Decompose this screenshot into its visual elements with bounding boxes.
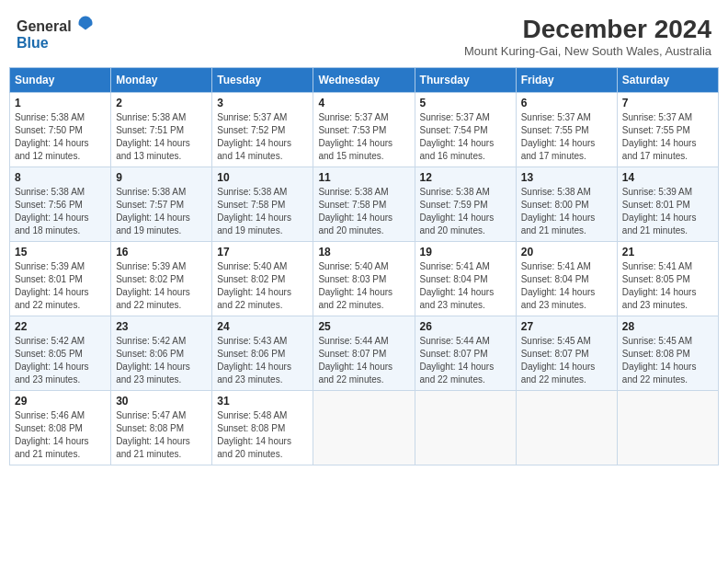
day-number: 27 — [521, 320, 612, 333]
day-info: Sunrise: 5:42 AM Sunset: 8:06 PM Dayligh… — [116, 335, 207, 386]
day-number: 5 — [420, 97, 511, 109]
day-info: Sunrise: 5:39 AM Sunset: 8:01 PM Dayligh… — [622, 186, 713, 237]
day-info: Sunrise: 5:37 AM Sunset: 7:55 PM Dayligh… — [521, 111, 612, 163]
day-number: 10 — [217, 171, 308, 184]
day-number: 19 — [420, 246, 511, 259]
day-number: 28 — [622, 320, 713, 333]
table-row: 15 Sunrise: 5:39 AM Sunset: 8:01 PM Dayl… — [10, 242, 111, 316]
table-row: 9 Sunrise: 5:38 AM Sunset: 7:57 PM Dayli… — [111, 167, 212, 242]
day-info: Sunrise: 5:38 AM Sunset: 7:57 PM Dayligh… — [116, 186, 207, 237]
table-row: 28 Sunrise: 5:45 AM Sunset: 8:08 PM Dayl… — [617, 316, 718, 391]
table-row: 11 Sunrise: 5:38 AM Sunset: 7:58 PM Dayl… — [313, 167, 415, 242]
day-info: Sunrise: 5:37 AM Sunset: 7:53 PM Dayligh… — [318, 111, 409, 163]
calendar-week-row: 1 Sunrise: 5:38 AM Sunset: 7:50 PM Dayli… — [10, 93, 719, 167]
day-info: Sunrise: 5:42 AM Sunset: 8:05 PM Dayligh… — [15, 335, 106, 386]
table-row — [617, 391, 718, 465]
logo-icon — [77, 15, 94, 31]
day-info: Sunrise: 5:45 AM Sunset: 8:08 PM Dayligh… — [622, 335, 713, 386]
page-header: General Blue December 2024 Mount Kuring-… — [9, 9, 719, 63]
day-info: Sunrise: 5:40 AM Sunset: 8:02 PM Dayligh… — [217, 260, 308, 312]
day-number: 22 — [15, 320, 106, 333]
table-row: 13 Sunrise: 5:38 AM Sunset: 8:00 PM Dayl… — [516, 167, 617, 242]
table-row: 18 Sunrise: 5:40 AM Sunset: 8:03 PM Dayl… — [313, 242, 415, 316]
day-number: 4 — [318, 97, 409, 109]
day-info: Sunrise: 5:38 AM Sunset: 7:51 PM Dayligh… — [116, 111, 207, 163]
day-number: 9 — [116, 171, 207, 184]
table-row: 5 Sunrise: 5:37 AM Sunset: 7:54 PM Dayli… — [415, 93, 516, 167]
day-info: Sunrise: 5:43 AM Sunset: 8:06 PM Dayligh… — [217, 335, 308, 386]
day-info: Sunrise: 5:37 AM Sunset: 7:52 PM Dayligh… — [217, 111, 308, 163]
day-number: 18 — [318, 246, 409, 259]
day-info: Sunrise: 5:47 AM Sunset: 8:08 PM Dayligh… — [116, 409, 207, 461]
table-row: 22 Sunrise: 5:42 AM Sunset: 8:05 PM Dayl… — [10, 316, 111, 391]
day-number: 12 — [420, 171, 511, 184]
day-info: Sunrise: 5:41 AM Sunset: 8:04 PM Dayligh… — [521, 260, 612, 312]
day-info: Sunrise: 5:41 AM Sunset: 8:05 PM Dayligh… — [622, 260, 713, 312]
day-info: Sunrise: 5:37 AM Sunset: 7:55 PM Dayligh… — [622, 111, 713, 163]
day-info: Sunrise: 5:40 AM Sunset: 8:03 PM Dayligh… — [318, 260, 409, 312]
table-row — [313, 391, 415, 465]
day-number: 20 — [521, 246, 612, 259]
table-row: 30 Sunrise: 5:47 AM Sunset: 8:08 PM Dayl… — [111, 391, 212, 465]
day-info: Sunrise: 5:38 AM Sunset: 7:59 PM Dayligh… — [420, 186, 511, 237]
day-info: Sunrise: 5:46 AM Sunset: 8:08 PM Dayligh… — [15, 409, 106, 461]
day-number: 30 — [116, 395, 207, 408]
calendar-week-row: 29 Sunrise: 5:46 AM Sunset: 8:08 PM Dayl… — [10, 391, 719, 465]
table-row: 7 Sunrise: 5:37 AM Sunset: 7:55 PM Dayli… — [617, 93, 718, 167]
table-row: 8 Sunrise: 5:38 AM Sunset: 7:56 PM Dayli… — [10, 167, 111, 242]
day-number: 17 — [217, 246, 308, 259]
day-number: 13 — [521, 171, 612, 184]
day-number: 3 — [217, 97, 308, 109]
day-info: Sunrise: 5:37 AM Sunset: 7:54 PM Dayligh… — [420, 111, 511, 163]
table-row: 2 Sunrise: 5:38 AM Sunset: 7:51 PM Dayli… — [111, 93, 212, 167]
logo: General Blue — [17, 15, 94, 52]
day-info: Sunrise: 5:44 AM Sunset: 8:07 PM Dayligh… — [420, 335, 511, 386]
day-number: 2 — [116, 97, 207, 109]
table-row: 27 Sunrise: 5:45 AM Sunset: 8:07 PM Dayl… — [516, 316, 617, 391]
table-row: 23 Sunrise: 5:42 AM Sunset: 8:06 PM Dayl… — [111, 316, 212, 391]
table-row: 19 Sunrise: 5:41 AM Sunset: 8:04 PM Dayl… — [415, 242, 516, 316]
day-number: 31 — [217, 395, 308, 408]
day-number: 29 — [15, 395, 106, 408]
calendar-header-row: Sunday Monday Tuesday Wednesday Thursday… — [10, 68, 719, 93]
table-row: 24 Sunrise: 5:43 AM Sunset: 8:06 PM Dayl… — [212, 316, 313, 391]
table-row: 10 Sunrise: 5:38 AM Sunset: 7:58 PM Dayl… — [212, 167, 313, 242]
table-row: 3 Sunrise: 5:37 AM Sunset: 7:52 PM Dayli… — [212, 93, 313, 167]
header-wednesday: Wednesday — [313, 68, 415, 93]
day-info: Sunrise: 5:48 AM Sunset: 8:08 PM Dayligh… — [217, 409, 308, 461]
title-block: December 2024 Mount Kuring-Gai, New Sout… — [464, 15, 711, 58]
day-info: Sunrise: 5:41 AM Sunset: 8:04 PM Dayligh… — [420, 260, 511, 312]
header-sunday: Sunday — [10, 68, 111, 93]
table-row: 17 Sunrise: 5:40 AM Sunset: 8:02 PM Dayl… — [212, 242, 313, 316]
day-info: Sunrise: 5:45 AM Sunset: 8:07 PM Dayligh… — [521, 335, 612, 386]
table-row: 12 Sunrise: 5:38 AM Sunset: 7:59 PM Dayl… — [415, 167, 516, 242]
table-row: 1 Sunrise: 5:38 AM Sunset: 7:50 PM Dayli… — [10, 93, 111, 167]
header-monday: Monday — [111, 68, 212, 93]
header-friday: Friday — [516, 68, 617, 93]
table-row: 21 Sunrise: 5:41 AM Sunset: 8:05 PM Dayl… — [617, 242, 718, 316]
day-info: Sunrise: 5:38 AM Sunset: 7:58 PM Dayligh… — [217, 186, 308, 237]
calendar-week-row: 15 Sunrise: 5:39 AM Sunset: 8:01 PM Dayl… — [10, 242, 719, 316]
day-number: 26 — [420, 320, 511, 333]
day-number: 11 — [318, 171, 409, 184]
table-row: 4 Sunrise: 5:37 AM Sunset: 7:53 PM Dayli… — [313, 93, 415, 167]
table-row: 29 Sunrise: 5:46 AM Sunset: 8:08 PM Dayl… — [10, 391, 111, 465]
calendar-table: Sunday Monday Tuesday Wednesday Thursday… — [9, 67, 719, 465]
day-number: 6 — [521, 97, 612, 109]
day-info: Sunrise: 5:38 AM Sunset: 7:50 PM Dayligh… — [15, 111, 106, 163]
table-row: 26 Sunrise: 5:44 AM Sunset: 8:07 PM Dayl… — [415, 316, 516, 391]
day-info: Sunrise: 5:44 AM Sunset: 8:07 PM Dayligh… — [318, 335, 409, 386]
day-info: Sunrise: 5:39 AM Sunset: 8:01 PM Dayligh… — [15, 260, 106, 312]
day-number: 25 — [318, 320, 409, 333]
header-saturday: Saturday — [617, 68, 718, 93]
day-number: 8 — [15, 171, 106, 184]
location-subtitle: Mount Kuring-Gai, New South Wales, Austr… — [464, 44, 711, 58]
day-number: 7 — [622, 97, 713, 109]
logo-blue: Blue — [17, 35, 49, 51]
table-row: 31 Sunrise: 5:48 AM Sunset: 8:08 PM Dayl… — [212, 391, 313, 465]
calendar-week-row: 8 Sunrise: 5:38 AM Sunset: 7:56 PM Dayli… — [10, 167, 719, 242]
day-info: Sunrise: 5:39 AM Sunset: 8:02 PM Dayligh… — [116, 260, 207, 312]
table-row — [516, 391, 617, 465]
calendar-week-row: 22 Sunrise: 5:42 AM Sunset: 8:05 PM Dayl… — [10, 316, 719, 391]
day-number: 16 — [116, 246, 207, 259]
